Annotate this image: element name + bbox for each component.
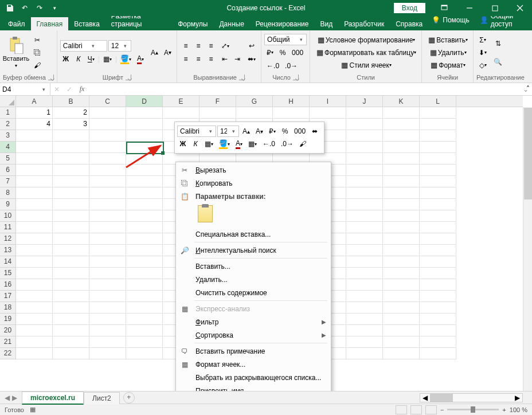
cell[interactable] (89, 302, 126, 314)
increase-decimal-icon[interactable]: ←.0 (264, 60, 281, 72)
cell[interactable] (53, 187, 89, 199)
row-header[interactable]: 11 (0, 222, 16, 233)
ctx-cut[interactable]: ✂ВВырезатьырезать (176, 163, 331, 177)
copy-icon[interactable]: ⿻ (32, 47, 43, 58)
tab-formulas[interactable]: Формулы (172, 17, 213, 30)
cell[interactable] (420, 245, 456, 256)
row-header[interactable]: 9 (0, 199, 16, 210)
expand-formula-icon[interactable]: ⌄ (519, 85, 532, 93)
align-middle-icon[interactable]: ≡ (193, 40, 204, 52)
cell[interactable] (89, 107, 126, 119)
cell[interactable]: 3 (53, 119, 89, 130)
cell[interactable] (16, 153, 53, 165)
cell[interactable] (383, 210, 420, 222)
delete-cells-button[interactable]: ▦Удалить▾ (425, 47, 470, 58)
insert-cells-button[interactable]: ▦Вставить▾ (425, 34, 470, 46)
cell[interactable] (89, 187, 126, 199)
column-header[interactable]: A (16, 96, 53, 107)
redo-icon[interactable]: ↷ (33, 2, 46, 14)
cell[interactable] (420, 119, 456, 130)
cell[interactable] (420, 165, 456, 176)
prev-sheet-icon[interactable]: ◀ (5, 394, 10, 402)
cell[interactable] (420, 279, 456, 291)
comma-icon[interactable]: 000 (290, 47, 306, 58)
mini-grow-font-icon[interactable]: A▴ (240, 126, 252, 137)
cell[interactable] (16, 291, 53, 302)
save-icon[interactable] (3, 2, 16, 14)
cell[interactable] (420, 302, 456, 314)
paste-button[interactable]: Вставить ▾ (3, 34, 29, 71)
cell[interactable] (16, 302, 53, 314)
paste-option-icon[interactable] (198, 205, 213, 222)
macro-rec-icon[interactable]: ▦ (30, 406, 36, 413)
font-color-button[interactable]: А▾ (135, 53, 146, 65)
decrease-decimal-icon[interactable]: .0→ (283, 60, 300, 72)
cell[interactable] (89, 142, 126, 153)
column-header[interactable]: L (420, 96, 456, 107)
cell[interactable] (383, 165, 420, 176)
accept-formula-icon[interactable]: ✓ (63, 85, 76, 93)
row-header[interactable]: 10 (0, 210, 16, 222)
autosum-icon[interactable]: Σ▾ (476, 34, 489, 46)
normal-view-icon[interactable] (396, 405, 407, 414)
cell[interactable] (53, 348, 89, 359)
mini-bold-button[interactable]: Ж (177, 138, 189, 150)
cell[interactable] (89, 245, 126, 256)
cell[interactable] (126, 119, 163, 130)
cell[interactable] (346, 153, 383, 165)
cell[interactable] (53, 302, 89, 314)
merge-center-icon[interactable]: ⬌▾ (245, 53, 258, 65)
align-bottom-icon[interactable]: ≡ (205, 40, 217, 52)
cell[interactable] (89, 119, 126, 130)
page-break-icon[interactable] (425, 405, 437, 414)
ctx-sort[interactable]: Сортировка▶ (176, 328, 331, 342)
cell[interactable] (16, 268, 53, 279)
column-header[interactable]: G (236, 96, 273, 107)
cell[interactable] (53, 130, 89, 142)
zoom-out-icon[interactable]: − (440, 406, 444, 413)
cell[interactable] (89, 199, 126, 210)
percent-icon[interactable]: % (277, 47, 288, 58)
sheet-tab[interactable]: Лист2 (84, 392, 120, 404)
undo-icon[interactable]: ↶ (18, 2, 31, 14)
mini-merge-icon[interactable]: ⬌ (309, 126, 320, 137)
zoom-level[interactable]: 100 % (510, 406, 527, 413)
cell[interactable] (126, 336, 163, 348)
shrink-font-icon[interactable]: A▾ (162, 47, 174, 58)
horizontal-scrollbar[interactable]: ◀▶ (420, 393, 523, 402)
maximize-button[interactable] (483, 0, 507, 16)
cell[interactable] (16, 348, 53, 359)
tab-file[interactable]: Файл (2, 17, 31, 30)
cell[interactable] (16, 233, 53, 245)
row-header[interactable]: 16 (0, 279, 16, 291)
cell-styles-button[interactable]: ▦Стили ячеек▾ (313, 60, 418, 71)
cell[interactable] (200, 107, 236, 119)
dialog-launcher-icon[interactable] (48, 75, 54, 80)
cell[interactable] (420, 199, 456, 210)
cell[interactable] (89, 222, 126, 233)
row-header[interactable]: 2 (0, 119, 16, 130)
ctx-clear[interactable]: Очистить содержимое (176, 286, 331, 299)
cancel-formula-icon[interactable]: ✕ (50, 85, 63, 93)
cell[interactable] (346, 176, 383, 187)
cell[interactable] (420, 107, 456, 119)
cell[interactable]: 4 (16, 119, 53, 130)
cell[interactable] (346, 210, 383, 222)
cell[interactable] (346, 279, 383, 291)
tab-view[interactable]: Вид (315, 17, 339, 30)
cell[interactable] (16, 336, 53, 348)
cell[interactable] (126, 130, 163, 142)
cell[interactable] (383, 199, 420, 210)
cell[interactable] (16, 199, 53, 210)
cell[interactable] (53, 153, 89, 165)
column-header[interactable]: K (383, 96, 420, 107)
mini-font-combo[interactable]: ▾ (177, 126, 216, 137)
mini-border-icon[interactable]: ▦▾ (202, 138, 216, 150)
font-name-combo[interactable]: ▾ (60, 40, 107, 52)
ctx-comment[interactable]: 🗨Вставить примечание (176, 344, 331, 358)
cell[interactable] (53, 268, 89, 279)
cell[interactable] (163, 107, 200, 119)
cell[interactable] (346, 142, 383, 153)
cell[interactable] (53, 176, 89, 187)
cell[interactable] (420, 348, 456, 359)
